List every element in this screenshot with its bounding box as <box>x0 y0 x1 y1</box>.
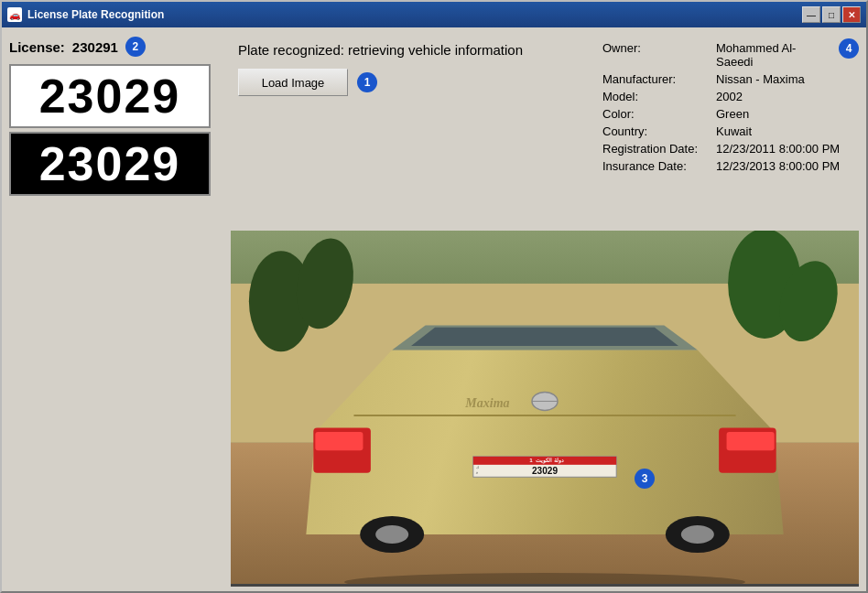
ins-date-row: Insurance Date: 12/23/2013 8:00:00 PM <box>602 159 859 173</box>
country-row: Country: Kuwait <box>602 124 859 138</box>
info-panel: Owner: Mohammed Al-Saeedi 4 Manufacturer… <box>602 35 859 227</box>
model-row: Model: 2002 <box>602 90 859 103</box>
reg-date-row: Registration Date: 12/23/2011 8:00:00 PM <box>602 142 859 156</box>
license-label-row: License: 230291 2 <box>9 37 229 57</box>
title-bar: 🚗 License Plate Recognition — □ ✕ <box>2 2 866 27</box>
ins-date-value: 12/23/2013 8:00:00 PM <box>716 159 840 173</box>
plate-number-dark: 23029 <box>39 136 181 191</box>
country-label: Country: <box>602 124 712 138</box>
car-canvas <box>231 231 859 584</box>
manufacturer-row: Manufacturer: Nissan - Maxima <box>602 72 859 86</box>
color-row: Color: Green <box>602 107 859 121</box>
badge-4: 4 <box>839 38 859 59</box>
plate-image-top: 23029 <box>9 64 211 128</box>
load-btn-row: Load Image 1 <box>238 69 593 96</box>
window-title: License Plate Recognition <box>27 8 164 21</box>
window-icon: 🚗 <box>7 7 22 22</box>
owner-label: Owner: <box>602 41 712 55</box>
license-number: 230291 <box>72 39 118 55</box>
badge-1: 1 <box>357 72 377 92</box>
model-value: 2002 <box>716 90 743 103</box>
title-bar-buttons: — □ ✕ <box>802 6 861 23</box>
reg-date-label: Registration Date: <box>602 142 712 156</box>
status-text: Plate recognized: retrieving vehicle inf… <box>238 42 593 58</box>
plate-number-white: 23029 <box>39 69 181 124</box>
load-image-button[interactable]: Load Image <box>238 69 348 96</box>
plate-image-bottom: 23029 <box>9 132 211 196</box>
country-value: Kuwait <box>716 124 752 138</box>
owner-row: Owner: Mohammed Al-Saeedi 4 <box>602 38 859 69</box>
manufacturer-value: Nissan - Maxima <box>716 72 805 86</box>
model-label: Model: <box>602 90 712 103</box>
plate-panel: License: 230291 2 23029 23029 <box>9 35 229 227</box>
status-message: Plate recognized: retrieving vehicle inf… <box>238 42 523 58</box>
close-button[interactable]: ✕ <box>842 6 861 23</box>
reg-date-value: 12/23/2011 8:00:00 PM <box>716 142 840 156</box>
color-label: Color: <box>602 107 712 121</box>
license-prefix: License: <box>9 39 65 55</box>
minimize-button[interactable]: — <box>802 6 820 23</box>
owner-value: Mohammed Al-Saeedi <box>716 41 830 69</box>
color-value: Green <box>716 107 749 121</box>
car-image-area: 3 <box>231 231 859 587</box>
title-bar-left: 🚗 License Plate Recognition <box>7 7 164 22</box>
main-window: 🚗 License Plate Recognition — □ ✕ Licens… <box>0 0 868 593</box>
manufacturer-label: Manufacturer: <box>602 72 712 86</box>
badge-2: 2 <box>125 37 146 57</box>
maximize-button[interactable]: □ <box>822 6 841 23</box>
ins-date-label: Insurance Date: <box>602 159 712 173</box>
middle-panel: Plate recognized: retrieving vehicle inf… <box>238 35 593 227</box>
top-section: License: 230291 2 23029 23029 Plate reco… <box>9 35 859 227</box>
client-area: License: 230291 2 23029 23029 Plate reco… <box>2 27 866 593</box>
